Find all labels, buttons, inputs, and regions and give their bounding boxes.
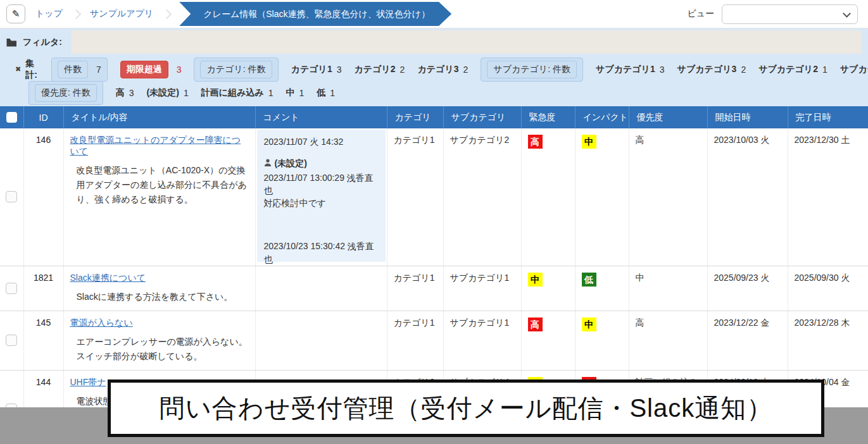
column-header-2[interactable]: コメント [255,106,387,128]
summary-badge[interactable]: サブカテゴリ: 件数 [487,61,577,78]
summary-count: 7 [96,65,101,75]
summary-chip: サブカテゴリ: 件数 [481,58,583,82]
row-checkbox-cell [0,266,23,311]
comment-entry: (未設定)2023/11/07 13:00:29 浅香直也対応検討中です [264,157,379,209]
summary-chip: カテゴリ32 [417,64,468,75]
column-header-1[interactable]: タイトル/内容 [63,106,255,128]
comment-datetime: 2023/10/23 15:30:42 浅香直也 [264,240,379,266]
row-priority: 高 [629,311,707,370]
summary-chip: カテゴリ13 [291,64,342,75]
summary-badge[interactable]: 期限超過 [120,61,168,78]
app-title-banner: 問い合わせ受付管理（受付メール配信・Slack通知） [108,379,824,437]
summary-count: 2 [741,65,746,75]
row-category: カテゴリ1 [387,266,443,311]
row-checkbox[interactable] [6,335,17,346]
folder-icon [6,38,17,47]
summary-chip: サブカテゴリ41 [840,64,868,75]
column-header-3[interactable]: カテゴリ [387,106,443,128]
row-subcategory: サブカテゴリ1 [443,311,521,370]
row-start-date: 2023/12/22 金 [707,311,788,370]
row-checkbox[interactable] [6,191,17,202]
row-end-date: 2023/12/28 木 [788,311,868,370]
column-header-5[interactable]: 緊急度 [521,106,575,128]
breadcrumb-link-top[interactable]: トップ [35,8,63,20]
comment-message: 対応検討中です [264,197,379,209]
summary-count: 3 [660,65,665,75]
row-start-date: 2025/09/23 火 [707,266,788,311]
chevron-down-icon [843,9,851,18]
record-title-link[interactable]: 改良型電源ユニットのアダプター障害について [70,135,249,157]
comment-datetime: 2023/11/07 13:00:29 浅香直也 [264,171,379,197]
summary-name: (未設定) [147,87,179,99]
summary-count: 1 [330,88,335,98]
row-impact-cell: 中 [575,311,629,370]
row-urgency-cell: 中 [521,266,575,311]
comment-box: 2023/11/07 火 14:32(未設定)2023/11/07 13:00:… [257,130,386,262]
breadcrumb-active-page[interactable]: クレーム情報（Slack連携、緊急度色分け、状況色分け） [179,2,451,26]
record-title-link[interactable]: 電源が入らない [70,318,133,329]
row-start-date: 2023/10/03 火 [707,128,788,266]
filter-condition-area[interactable] [71,30,862,54]
summary-chip: 優先度: 件数 [28,81,103,105]
row-id: 1821 [23,266,63,311]
row-title-cell: 改良型電源ユニットのアダプター障害について改良型電源ユニット（AC-1020-X… [63,128,255,266]
summary-name: カテゴリ1 [291,64,332,75]
view-label: ビュー [687,8,714,20]
summary-count: 3 [337,65,342,75]
summary-count: 2 [463,65,469,75]
row-comment-cell: 2023/11/07 火 14:32(未設定)2023/11/07 13:00:… [255,128,387,266]
record-body-text: 改良型電源ユニット（AC-1020-X）の交換用アダプターの差し込み部分に不具合… [77,163,249,207]
person-icon [264,157,272,170]
summary-name: 高 [116,87,125,99]
summary-name: カテゴリ3 [417,64,458,75]
summary-count: 1 [268,88,274,98]
row-category: カテゴリ1 [387,311,443,370]
column-header-7[interactable]: 優先度 [629,106,707,128]
summary-chip: サブカテゴリ32 [677,64,746,75]
table-row: 145電源が入らないエアーコンプレッサーの電源が入らない。スイッチ部分が破断して… [0,311,868,370]
record-title-link[interactable]: Slack連携について [70,273,146,284]
summary-badge[interactable]: 件数 [58,61,88,78]
summary-chip: カテゴリ: 件数 [194,58,278,82]
summary-chip: サブカテゴリ21 [758,64,827,75]
summary-badge[interactable]: カテゴリ: 件数 [200,61,272,78]
table-row: 1821Slack連携についてSlackに連携する方法を教えて下さい。カテゴリ1… [0,266,868,311]
select-all-checkbox[interactable] [6,112,17,123]
summary-chip: カテゴリ22 [354,64,405,75]
filter-label: フィルタ: [23,37,62,48]
column-header-0[interactable]: ID [23,106,63,128]
summary-chip: 期限超過3 [120,61,182,78]
summary-name: カテゴリ2 [354,64,395,75]
summary-label: 集計: [25,58,37,81]
summary-count: 2 [400,65,405,75]
column-header-4[interactable]: サブカテゴリ [443,106,521,128]
row-comment-cell [255,311,387,370]
summary-badge[interactable]: 優先度: 件数 [35,84,97,102]
record-body-text: エアーコンプレッサーの電源が入らない。スイッチ部分が破断している。 [77,335,249,364]
summary-chip: サブカテゴリ13 [596,64,665,75]
row-id: 146 [23,128,63,266]
summary-count: 1 [822,65,827,75]
column-header-9[interactable]: 完了日時 [788,106,868,128]
row-priority: 高 [629,128,707,266]
chevron-right-icon [72,9,82,19]
row-title-cell: Slack連携についてSlackに連携する方法を教えて下さい。 [63,266,255,311]
edit-app-button[interactable]: ✎ [6,4,25,23]
close-icon[interactable]: ✖ [15,65,21,73]
row-category: カテゴリ1 [387,128,443,266]
row-end-date: 2025/09/30 火 [788,266,868,311]
summary-chip: (未設定)1 [147,87,189,99]
row-impact-cell: 低 [575,266,629,311]
row-checkbox-cell [0,311,23,370]
view-select[interactable] [722,4,858,24]
summary-chip: 中1 [286,87,304,99]
column-header-6[interactable]: インパクト [575,106,629,128]
column-header-8[interactable]: 開始日時 [707,106,788,128]
row-checkbox[interactable] [6,283,17,294]
select-all-header-cell [0,106,23,128]
record-title-link[interactable]: UHF帯ナ [70,377,106,388]
row-comment-cell [255,266,387,311]
table-row: 146改良型電源ユニットのアダプター障害について改良型電源ユニット（AC-102… [0,128,868,266]
row-subcategory: サブカテゴリ1 [443,266,521,311]
breadcrumb-link-sample-app[interactable]: サンプルアプリ [90,8,153,20]
